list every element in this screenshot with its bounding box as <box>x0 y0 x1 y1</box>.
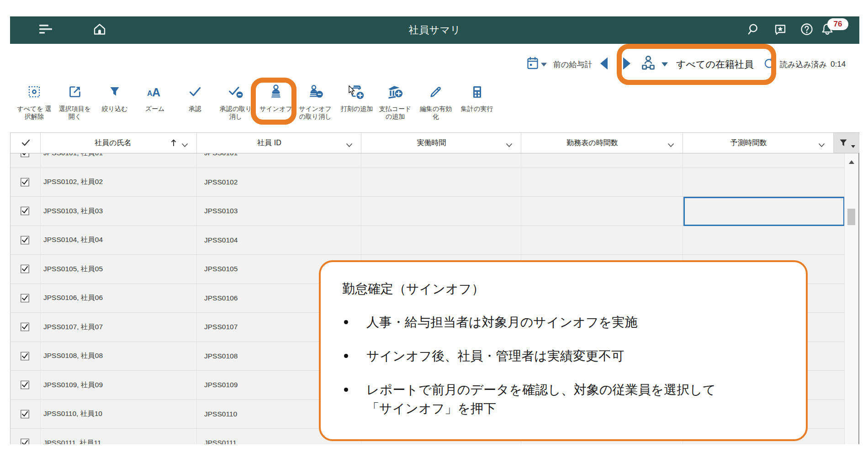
toolbar-button-label: 打刻の追加 <box>336 105 377 113</box>
employee-id-cell[interactable]: JPSS0101 <box>197 153 361 168</box>
row-checkbox[interactable] <box>21 178 29 186</box>
toolbar-button-approve[interactable]: 承認 <box>175 84 216 113</box>
table-row[interactable]: JPSS0104, 社員04JPSS0104 <box>11 226 844 255</box>
employee-name-cell[interactable]: JPSS0109, 社員09 <box>41 371 197 400</box>
actual-hours-cell[interactable] <box>361 197 521 226</box>
callout-title: 勤怠確定（サインオフ） <box>342 280 788 298</box>
annotation-highlight-signoff <box>251 78 296 125</box>
check-minus-icon <box>215 84 256 101</box>
row-checkbox[interactable] <box>21 294 29 302</box>
toolbar-button-label: すべてを 選 択解除 <box>14 105 55 121</box>
pencil-icon <box>415 84 456 101</box>
employee-id-cell[interactable]: JPSS0103 <box>197 197 361 226</box>
toolbar-button-run-totals[interactable]: 集計の実行 <box>456 84 498 113</box>
row-checkbox[interactable] <box>21 381 29 389</box>
toolbar-button-add-punch[interactable]: 打刻の追加 <box>336 84 377 113</box>
page: 社員サマリ 76 <box>0 0 868 468</box>
chevron-down-icon[interactable] <box>346 141 353 149</box>
toolbar-button-zoom[interactable]: AAズーム <box>134 84 175 113</box>
previous-period-arrow[interactable] <box>600 58 608 72</box>
calendar-dropdown-caret[interactable] <box>541 60 547 68</box>
notification-count-badge[interactable]: 76 <box>827 18 848 30</box>
employee-name-cell[interactable]: JPSS0106, 社員06 <box>41 284 197 313</box>
row-checkbox[interactable] <box>21 236 29 244</box>
header-filter-button[interactable] <box>834 133 859 153</box>
employee-name-cell[interactable]: JPSS0108, 社員08 <box>41 342 197 371</box>
toolbar-button-filter[interactable]: 絞り込む <box>94 84 135 113</box>
employee-name-cell[interactable]: JPSS0111, 社員11 <box>41 429 197 444</box>
employee-name-cell[interactable]: JPSS0103, 社員03 <box>41 197 197 226</box>
employee-name-cell[interactable]: JPSS0101, 社員01 <box>41 153 197 168</box>
row-checkbox[interactable] <box>21 153 29 158</box>
column-header-label: 予測時間数 <box>683 133 814 153</box>
toolbar-button-label: サインオフ の取り消し <box>295 105 336 121</box>
actual-hours-cell[interactable] <box>361 168 521 197</box>
bank-add-icon <box>375 84 416 101</box>
toolbar-button-label: ズーム <box>134 105 175 113</box>
feedback-icon[interactable] <box>773 22 788 38</box>
vertical-scrollbar[interactable] <box>844 153 858 444</box>
projected-hours-cell[interactable] <box>683 153 844 168</box>
chevron-down-icon[interactable] <box>506 141 513 149</box>
employee-name-cell[interactable]: JPSS0104, 社員04 <box>41 226 197 255</box>
period-selector-label[interactable]: 前の給与計 <box>553 59 592 70</box>
projected-hours-cell[interactable] <box>683 168 844 197</box>
row-checkbox[interactable] <box>21 323 29 331</box>
employee-name-cell[interactable]: JPSS0110, 社員10 <box>41 400 197 429</box>
timesheet-hours-cell[interactable] <box>521 197 683 226</box>
toolbar-button-open-selected[interactable]: 選択項目を 開く <box>54 84 95 121</box>
column-header-3[interactable]: 実働時間 <box>361 133 521 153</box>
callout-bullet-list: 人事・給与担当者は対象月のサインオフを実施サインオフ後、社員・管理者は実績変更不… <box>342 313 788 418</box>
table-row[interactable]: JPSS0101, 社員01JPSS0101 <box>11 153 844 168</box>
actual-hours-cell[interactable] <box>361 226 521 255</box>
calendar-icon[interactable] <box>525 55 540 74</box>
row-checkbox[interactable] <box>21 410 29 418</box>
timesheet-hours-cell[interactable] <box>521 168 683 197</box>
filter-dropdown-caret-icon <box>851 142 855 150</box>
row-checkbox-cell <box>11 226 41 255</box>
row-checkbox-cell <box>11 255 41 284</box>
scrollbar-up-arrow-icon[interactable] <box>849 158 854 166</box>
timesheet-hours-cell[interactable] <box>521 226 683 255</box>
table-row[interactable]: JPSS0103, 社員03JPSS0103 <box>11 197 844 226</box>
toolbar-button-enable-edit[interactable]: 編集の有効 化 <box>415 84 456 121</box>
employee-name-cell[interactable]: JPSS0107, 社員07 <box>41 313 197 342</box>
annotation-highlight-view-selector <box>617 44 776 85</box>
toolbar-button-cancel-approve[interactable]: 承認の取り 消し <box>215 84 256 121</box>
toolbar-button-add-paycode[interactable]: 支払コード の追加 <box>375 84 416 121</box>
row-checkbox-cell <box>11 429 41 444</box>
column-header-1[interactable]: 社員の氏名 <box>41 133 197 153</box>
annotation-callout: 勤怠確定（サインオフ） 人事・給与担当者は対象月のサインオフを実施サインオフ後、… <box>319 260 808 441</box>
chevron-down-icon[interactable] <box>818 141 825 149</box>
chevron-down-icon[interactable] <box>181 141 188 149</box>
column-header-4[interactable]: 勤務表の時間数 <box>521 133 683 153</box>
employee-id-cell[interactable]: JPSS0104 <box>197 226 361 255</box>
header-select-all[interactable] <box>11 133 41 153</box>
row-checkbox[interactable] <box>21 352 29 360</box>
open-icon <box>54 84 95 101</box>
employee-name-cell[interactable]: JPSS0102, 社員02 <box>41 168 197 197</box>
toolbar-button-cancel-signoff[interactable]: サインオフ の取り消し <box>295 84 336 121</box>
search-icon[interactable] <box>746 22 761 38</box>
toolbar-button-deselect-all[interactable]: すべてを 選 択解除 <box>14 84 55 121</box>
toolbar-button-label: 承認 <box>175 105 216 113</box>
row-checkbox[interactable] <box>21 265 29 273</box>
timesheet-hours-cell[interactable] <box>521 153 683 168</box>
scrollbar-thumb[interactable] <box>847 209 855 225</box>
help-icon[interactable] <box>799 22 814 38</box>
callout-bullet: レポートで前月のデータを確認し、対象の従業員を選択して 「サインオフ」を押下 <box>342 380 788 418</box>
toolbar: すべてを 選 択解除選択項目を 開く絞り込むAAズーム承認承認の取り 消しサイン… <box>10 84 859 131</box>
employee-name-cell[interactable]: JPSS0105, 社員05 <box>41 255 197 284</box>
projected-hours-cell[interactable] <box>683 197 844 226</box>
row-checkbox[interactable] <box>21 207 29 216</box>
column-header-2[interactable]: 社員 ID <box>197 133 361 153</box>
actual-hours-cell[interactable] <box>361 153 521 168</box>
table-row[interactable]: JPSS0102, 社員02JPSS0102 <box>11 168 844 197</box>
callout-bullet: 人事・給与担当者は対象月のサインオフを実施 <box>342 313 788 331</box>
row-checkbox[interactable] <box>21 439 29 444</box>
column-header-5[interactable]: 予測時間数 <box>683 133 834 153</box>
chevron-down-icon[interactable] <box>667 141 674 149</box>
projected-hours-cell[interactable] <box>683 226 844 255</box>
employee-id-cell[interactable]: JPSS0102 <box>197 168 361 197</box>
row-checkbox-cell <box>11 168 41 197</box>
